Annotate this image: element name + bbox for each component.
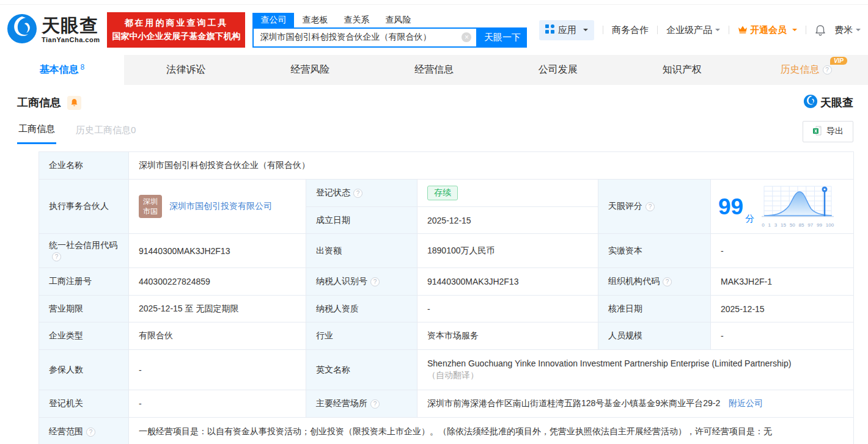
org-code-value: MAK3JH2F-1 bbox=[711, 268, 854, 296]
table-row: 工商注册号 440300227824859 纳税人识别号 91440300MAK… bbox=[39, 268, 854, 296]
main-address-label: 主要经营场所 bbox=[306, 390, 417, 418]
search-area: 查公司 查老板 查关系 查风险 天眼一下 bbox=[252, 13, 527, 48]
tab-operating-info[interactable]: 经营信息 bbox=[372, 55, 496, 85]
credit-code-label: 统一社会信用代码 bbox=[39, 234, 129, 268]
tab-label: 经营风险 bbox=[290, 64, 329, 76]
approval-date-label: 核准日期 bbox=[598, 296, 711, 322]
chevron-down-icon bbox=[715, 29, 720, 34]
slogan-line1: 都在用的商业查询工具 bbox=[111, 16, 241, 30]
status-badge: 存续 bbox=[427, 186, 458, 200]
header: 天眼查 TianYanCha.com 都在用的商业查询工具 国家中小企业发展子基… bbox=[0, 5, 868, 55]
help-icon[interactable] bbox=[52, 252, 61, 261]
subtab-business-info[interactable]: 工商信息 bbox=[17, 118, 56, 144]
tab-label: 基本信息 bbox=[40, 64, 79, 76]
tab-company-development[interactable]: 公司发展 bbox=[496, 55, 620, 85]
subtab-history-business-info[interactable]: 历史工商信息0 bbox=[75, 120, 137, 144]
search-tab-company[interactable]: 查公司 bbox=[252, 13, 294, 27]
reg-authority-value: - bbox=[129, 390, 306, 418]
partner-company-link[interactable]: 深圳市国创引投资有限公司 bbox=[169, 201, 272, 212]
export-button[interactable]: 导出 bbox=[803, 121, 853, 142]
help-icon[interactable] bbox=[370, 277, 380, 286]
help-icon[interactable] bbox=[663, 277, 672, 286]
help-icon[interactable] bbox=[86, 428, 95, 437]
menu-business-label: 商务合作 bbox=[612, 24, 649, 36]
nearby-companies-link[interactable]: 附近公司 bbox=[729, 398, 763, 408]
tab-operating-risk[interactable]: 经营风险 bbox=[248, 55, 372, 85]
tab-intellectual-property[interactable]: 知识产权 bbox=[620, 55, 744, 85]
tab-label: 公司发展 bbox=[539, 64, 578, 76]
tianyancha-logo-icon bbox=[6, 13, 38, 47]
table-row: 经营范围 一般经营项目是：以自有资金从事投资活动；创业投资（限投资未上市企业）。… bbox=[39, 418, 854, 444]
search-tab-boss[interactable]: 查老板 bbox=[294, 13, 336, 27]
business-scope-value: 一般经营项目是：以自有资金从事投资活动；创业投资（限投资未上市企业）。（除依法须… bbox=[129, 418, 854, 444]
slogan-line2: 国家中小企业发展子基金旗下机构 bbox=[111, 30, 241, 43]
taxpayer-id-value: 91440300MAK3JH2F13 bbox=[417, 268, 598, 296]
registration-status-label: 登记状态 bbox=[306, 180, 417, 207]
section-title: 工商信息 bbox=[17, 95, 61, 110]
main-address-value: 深圳市前海深港合作区南山街道桂湾五路128号基金小镇基金9米商业平台29-2 bbox=[427, 398, 720, 408]
label-text: 天眼评分 bbox=[608, 201, 642, 211]
menu-business-cooperation[interactable]: 商务合作 bbox=[612, 24, 649, 36]
divider bbox=[657, 26, 658, 34]
clear-search-icon[interactable] bbox=[462, 32, 471, 42]
label-text: 登记状态 bbox=[316, 187, 350, 197]
establish-date-label: 成立日期 bbox=[306, 207, 417, 234]
tab-basic-info[interactable]: 基本信息 8 bbox=[0, 55, 124, 85]
user-account-menu[interactable]: 费米 bbox=[834, 24, 861, 36]
tab-label: 法律诉讼 bbox=[166, 64, 205, 76]
taxpayer-quality-label: 纳税人资质 bbox=[306, 296, 417, 322]
credit-code-value: 91440300MAK3JH2F13 bbox=[129, 234, 306, 268]
tab-legal-proceedings[interactable]: 法律诉讼 bbox=[124, 55, 248, 85]
score-unit: 分 bbox=[745, 213, 754, 225]
contribution-label: 出资额 bbox=[306, 234, 417, 268]
table-row: 营业期限 2025-12-15 至 无固定期限 纳税人资质 - 核准日期 202… bbox=[39, 296, 854, 322]
insured-count-value: - bbox=[129, 350, 306, 390]
brand-name: 天眼查 bbox=[42, 15, 98, 35]
search-tab-relation[interactable]: 查关系 bbox=[336, 13, 377, 27]
crown-icon bbox=[738, 25, 748, 35]
paid-capital-value: - bbox=[711, 234, 854, 268]
open-vip-button[interactable]: 开通会员 bbox=[738, 24, 797, 36]
divider bbox=[729, 26, 729, 34]
apps-menu[interactable]: 应用 bbox=[539, 20, 594, 40]
tab-count-badge: 8 bbox=[81, 63, 85, 71]
tab-history-info[interactable]: VIP 历史信息 bbox=[744, 55, 868, 85]
label-text: 经营范围 bbox=[49, 426, 83, 436]
establish-date-value: 2025-12-15 bbox=[417, 207, 598, 234]
chevron-down-icon bbox=[856, 29, 861, 34]
company-nav-tabs: 基本信息 8 法律诉讼 经营风险 经营信息 公司发展 知识产权 VIP 历史信息 bbox=[0, 55, 868, 85]
score-widget[interactable]: 99 分 bbox=[718, 186, 848, 228]
basic-info-section: 工商信息 天眼查 工商信息 历史工商信息0 bbox=[0, 93, 868, 444]
taxpayer-quality-value: - bbox=[417, 296, 598, 322]
notification-bell-icon[interactable] bbox=[815, 24, 826, 36]
company-name-value: 深圳市国创引科创投资合伙企业（有限合伙） bbox=[129, 152, 854, 180]
page-top-divider bbox=[0, 0, 868, 5]
registration-status-value: 存续 bbox=[417, 180, 598, 207]
help-icon[interactable] bbox=[353, 189, 362, 198]
tianyancha-logo[interactable]: 天眼查 TianYanCha.com bbox=[6, 13, 100, 47]
menu-enterprise-products[interactable]: 企业级产品 bbox=[666, 24, 720, 36]
open-vip-label: 开通会员 bbox=[750, 24, 787, 36]
reg-authority-label: 登记机关 bbox=[39, 390, 129, 418]
staff-size-value: - bbox=[711, 322, 854, 350]
auto-translate-note: （自动翻译） bbox=[427, 370, 844, 381]
export-label: 导出 bbox=[826, 126, 844, 137]
org-code-label: 组织机构代码 bbox=[598, 268, 711, 296]
help-icon[interactable] bbox=[370, 399, 380, 409]
apps-grid-icon bbox=[545, 24, 554, 35]
partner-company-avatar[interactable]: 深圳 市国 bbox=[139, 195, 162, 218]
paid-capital-label: 实缴资本 bbox=[598, 234, 711, 268]
table-row: 执行事务合伙人 深圳 市国 深圳市国创引投资有限公司 登记状态 存续 天眼评分 bbox=[39, 180, 854, 207]
vip-badge: VIP bbox=[830, 57, 847, 65]
avatar-text: 深圳 bbox=[139, 197, 162, 206]
search-tab-risk[interactable]: 查风险 bbox=[377, 13, 419, 27]
search-button[interactable]: 天眼一下 bbox=[477, 27, 527, 48]
help-icon[interactable] bbox=[823, 65, 832, 75]
menu-enterprise-label: 企业级产品 bbox=[666, 24, 712, 36]
brand-slogan-banner: 都在用的商业查询工具 国家中小企业发展子基金旗下机构 bbox=[107, 12, 245, 47]
subscribe-bell-icon[interactable] bbox=[67, 96, 81, 110]
help-icon[interactable] bbox=[645, 202, 655, 211]
search-input[interactable] bbox=[260, 32, 462, 42]
chevron-down-icon bbox=[792, 29, 797, 34]
english-name-value: Shenzhen Guochuang Yinke Innovation Inve… bbox=[427, 358, 791, 368]
